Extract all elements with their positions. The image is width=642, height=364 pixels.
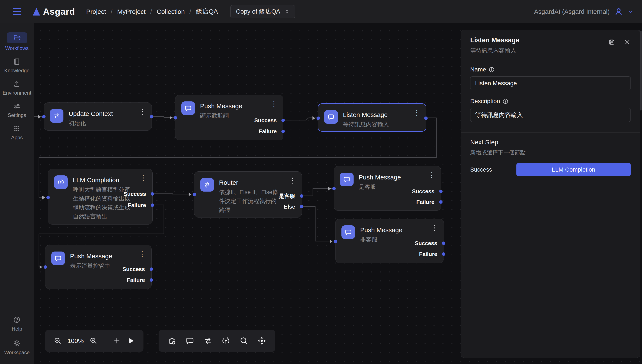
- name-input[interactable]: [470, 76, 631, 90]
- output-port[interactable]: [439, 200, 443, 204]
- app-logo[interactable]: Asgard: [33, 6, 75, 17]
- output-port[interactable]: [281, 130, 285, 133]
- gear-icon: [13, 339, 21, 348]
- save-button[interactable]: [608, 38, 615, 46]
- help-circle-icon: [13, 316, 21, 324]
- info-icon: [503, 98, 508, 104]
- node-menu-button[interactable]: ⋮: [431, 224, 438, 231]
- input-port[interactable]: [42, 115, 46, 118]
- sidebar-item-knowledge[interactable]: Knowledge: [4, 58, 30, 74]
- input-port-arrow-icon: [312, 116, 315, 120]
- sidebar-label: Workflows: [5, 45, 29, 51]
- input-port[interactable]: [174, 116, 177, 120]
- sidebar-item-apps[interactable]: Apps: [11, 124, 23, 140]
- input-port[interactable]: [193, 193, 196, 196]
- output-port[interactable]: [300, 194, 303, 198]
- workflow-node-push-message-throttle[interactable]: Push Message表示流量控管中⋮SuccessFailure: [45, 245, 152, 289]
- description-input[interactable]: [470, 108, 631, 122]
- node-menu-button[interactable]: ⋮: [139, 250, 146, 258]
- node-menu-button[interactable]: ⋮: [428, 171, 435, 178]
- sidebar-item-environment[interactable]: Environment: [3, 80, 31, 96]
- node-subtitle: 依據If、Else If、Else條件決定工作流程執行的路徑: [219, 188, 280, 214]
- workflow-node-listen-message[interactable]: Listen Message等待訊息內容輸入⋮: [318, 103, 426, 132]
- input-port[interactable]: [332, 187, 336, 190]
- node-menu-button[interactable]: ⋮: [289, 177, 296, 184]
- output-port-label: Failure: [259, 128, 277, 135]
- sidebar-label: Knowledge: [4, 68, 30, 74]
- sidebar-item-help[interactable]: Help: [12, 316, 22, 332]
- next-step-target-button[interactable]: LLM Completion: [516, 163, 631, 176]
- output-port[interactable]: [442, 242, 445, 245]
- output-port[interactable]: [150, 268, 153, 271]
- add-button[interactable]: [113, 336, 121, 345]
- user-menu-button[interactable]: [614, 7, 623, 16]
- output-port[interactable]: [442, 252, 445, 256]
- input-port[interactable]: [317, 116, 320, 120]
- node-title: LLM Completion: [73, 176, 135, 184]
- sidebar-label: Environment: [3, 90, 31, 96]
- breadcrumb-myproject[interactable]: MyProject: [117, 8, 145, 15]
- swap-arrows-icon[interactable]: [203, 336, 213, 346]
- add-node-home-icon[interactable]: [167, 336, 177, 346]
- description-label: Description: [470, 98, 500, 104]
- workflow-version-dropdown[interactable]: Copy of 飯店QA: [230, 5, 295, 18]
- apps-grid-icon: [13, 124, 21, 133]
- output-port[interactable]: [424, 116, 428, 120]
- workflow-node-llm-completion[interactable]: LLM Completion呼叫大型語言模型並產生結構化的資料輸出以輔助流程的決…: [48, 169, 153, 224]
- workflow-node-push-message-agent[interactable]: Push Message是客服⋮SuccessFailure: [334, 166, 441, 211]
- workflow-node-push-message-welcome[interactable]: Push Message顯示歡迎詞⋮SuccessFailure: [175, 95, 283, 140]
- sidebar-item-workspace[interactable]: Workspace: [4, 339, 30, 356]
- workflow-node-push-message-not-agent[interactable]: Push Message非客服⋮SuccessFailure: [335, 219, 444, 263]
- node-subtitle: 等待訊息內容輸入: [343, 120, 389, 129]
- zoom-out-icon[interactable]: [53, 336, 62, 345]
- logo-text: Asgard: [43, 6, 75, 17]
- close-icon[interactable]: [624, 38, 631, 46]
- node-title: Push Message: [70, 252, 112, 260]
- output-port[interactable]: [300, 205, 303, 208]
- output-port[interactable]: [151, 192, 154, 196]
- sidebar-item-workflows[interactable]: Workflows: [5, 32, 29, 51]
- swap-arrows-icon: [50, 109, 63, 123]
- run-button[interactable]: [127, 336, 135, 345]
- input-port-arrow-icon: [170, 116, 172, 120]
- node-subtitle: 顯示歡迎詞: [200, 111, 242, 120]
- output-port[interactable]: [439, 190, 443, 193]
- breadcrumb-workflow[interactable]: 飯店QA: [196, 7, 218, 16]
- output-port[interactable]: [281, 119, 285, 122]
- node-menu-button[interactable]: ⋮: [140, 174, 147, 181]
- input-port-arrow-icon: [42, 196, 45, 200]
- node-menu-button[interactable]: ⋮: [139, 108, 146, 115]
- breadcrumb-collection[interactable]: Collection: [157, 8, 185, 15]
- canvas-zoom-toolbar: 100%: [45, 330, 143, 352]
- breadcrumb: Project / MyProject / Collection / 飯店QA: [86, 7, 218, 16]
- next-step-title: Next Step: [470, 139, 631, 146]
- input-port[interactable]: [334, 240, 337, 243]
- llm-loop-icon[interactable]: [221, 336, 231, 346]
- workflow-node-router[interactable]: Router依據If、Else If、Else條件決定工作流程執行的路徑⋮是客服…: [194, 171, 302, 218]
- chat-bubble-icon[interactable]: [185, 336, 194, 346]
- node-menu-button[interactable]: ⋮: [270, 100, 278, 107]
- input-port[interactable]: [44, 265, 47, 269]
- chat-bubble-icon: [181, 102, 195, 115]
- sidebar-item-settings[interactable]: Settings: [8, 102, 26, 118]
- input-port[interactable]: [46, 196, 50, 199]
- menu-button[interactable]: [13, 8, 22, 15]
- breadcrumb-project[interactable]: Project: [86, 8, 106, 15]
- scrollbar[interactable]: [640, 31, 641, 110]
- node-palette: [159, 330, 275, 352]
- sidebar-label: Help: [12, 326, 22, 332]
- output-port[interactable]: [150, 115, 153, 118]
- output-port[interactable]: [151, 204, 154, 207]
- zoom-in-icon[interactable]: [89, 336, 98, 345]
- search-icon[interactable]: [239, 336, 249, 346]
- swap-arrows-icon: [200, 178, 214, 192]
- chevron-down-icon[interactable]: [627, 8, 634, 15]
- output-port[interactable]: [150, 278, 153, 282]
- workflow-node-update-context[interactable]: Update Context初始化⋮: [44, 102, 152, 130]
- input-port-arrow-icon: [328, 187, 331, 190]
- move-icon[interactable]: [257, 336, 267, 346]
- inspector-title: Listen Message: [470, 36, 631, 44]
- output-port-label: Success: [123, 190, 146, 198]
- node-menu-button[interactable]: ⋮: [413, 109, 420, 116]
- node-title: Push Message: [200, 102, 242, 110]
